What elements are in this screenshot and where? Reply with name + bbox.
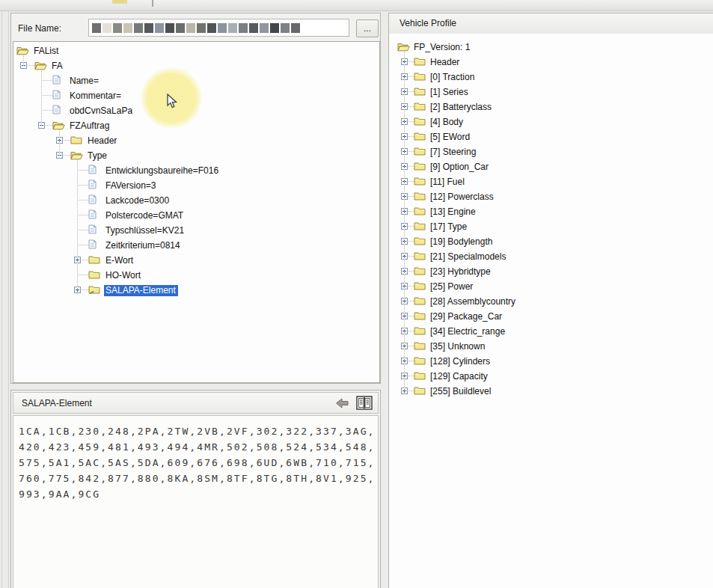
tree-item-9-option-car[interactable]: [9] Option_Car [389, 159, 713, 174]
tree-item-label[interactable]: [19] Bodylength [429, 236, 495, 248]
tree-item-fzauftrag[interactable]: FZAuftrag [13, 118, 379, 133]
tree-item-label[interactable]: SALAPA-Element [104, 285, 178, 296]
tree-item-7-steering[interactable]: [7] Steering [389, 144, 713, 159]
tree-item-salapa-element[interactable]: SALAPA-Element [13, 283, 379, 298]
salapa-element-panel: SALAPA-Element 1CA,1CB,230,248,2PA,2TW,2… [10, 390, 381, 588]
tree-item-13-engine[interactable]: [13] Engine [389, 204, 713, 219]
tree-item-label[interactable]: FP_Version: 1 [412, 42, 472, 53]
browse-button[interactable]: ... [356, 19, 379, 37]
tree-item-label[interactable]: Zeitkriterium=0814 [104, 240, 183, 251]
salapa-content-area[interactable]: 1CA,1CB,230,248,2PA,2TW,2VB,2VF,302,322,… [13, 415, 379, 588]
tree-item-4-body[interactable]: [4] Body [389, 114, 713, 129]
redaction-block [155, 23, 164, 33]
folder-icon [414, 311, 426, 320]
tree-item-label[interactable]: Polstercode=GMAT [104, 210, 186, 221]
tree-item-label[interactable]: [2] Batteryclass [429, 102, 494, 113]
tree-item-fp-version-1[interactable]: FP_Version: 1 [389, 40, 713, 55]
tree-item-label[interactable]: [17] Type [429, 221, 469, 233]
tree-item-label[interactable]: [4] Body [429, 117, 465, 128]
tree-item-255-buildlevel[interactable]: [255] Buildlevel [389, 384, 713, 399]
salapa-panel-header: SALAPA-Element [13, 392, 379, 414]
tree-item-17-type[interactable]: [17] Type [389, 219, 713, 234]
redaction-block [144, 23, 153, 33]
tree-item-25-power[interactable]: [25] Power [389, 279, 713, 294]
tree-item-label[interactable]: Name= [68, 76, 101, 87]
tree-item-21-specialmodels[interactable]: [21] Specialmodels [389, 249, 713, 264]
redaction-block [186, 23, 195, 33]
tree-item-1-series[interactable]: [1] Series [389, 85, 713, 99]
tree-item-type[interactable]: Type [13, 148, 379, 163]
undock-left-arrow-icon[interactable] [335, 397, 349, 409]
window-left-edge [1, 10, 2, 588]
tree-item-label[interactable]: [128] Cylinders [429, 356, 492, 367]
tree-item-label[interactable]: [21] Specialmodels [429, 251, 508, 263]
tree-item-fa[interactable]: FA [13, 58, 379, 73]
folder-icon [88, 270, 100, 279]
tree-item-label[interactable]: Entwicklungsbaureihe=F016 [104, 165, 221, 177]
tree-item-label[interactable]: FA [50, 61, 65, 72]
tree-item-11-fuel[interactable]: [11] Fuel [389, 174, 713, 189]
folder-icon [414, 102, 426, 111]
tree-item-label[interactable]: [35] Unknown [429, 341, 487, 352]
tree-item-label[interactable]: [7] Steering [429, 147, 478, 158]
tree-connector [77, 245, 88, 246]
tree-item-faversion-3[interactable]: FAVersion=3 [13, 178, 379, 193]
tree-item-5-eword[interactable]: [5] EWord [389, 129, 713, 144]
tree-item-19-bodylength[interactable]: [19] Bodylength [389, 234, 713, 249]
tree-item-label[interactable]: [29] Package_Car [429, 311, 504, 322]
tree-item-0-traction[interactable]: [0] Traction [389, 70, 713, 85]
tree-item-header[interactable]: Header [389, 55, 713, 70]
tree-item-label[interactable]: FZAuftrag [68, 120, 111, 132]
tree-item-label[interactable]: obdCvnSaLaPa [68, 105, 135, 117]
tree-item-label[interactable]: [23] Hybridtype [429, 266, 493, 278]
tree-item-zeitkriterium-0814[interactable]: Zeitkriterium=0814 [13, 238, 379, 253]
compare-split-view-icon[interactable] [356, 396, 373, 410]
tree-item-label[interactable]: [34] Electric_range [429, 326, 507, 337]
tree-item-label[interactable]: [255] Buildlevel [429, 386, 493, 397]
tree-item-29-package-car[interactable]: [29] Package_Car [389, 309, 713, 324]
tree-item-2-batteryclass[interactable]: [2] Batteryclass [389, 99, 713, 114]
tree-item-ho-wort[interactable]: HO-Wort [13, 268, 379, 283]
tree-item-label[interactable]: Typschlüssel=KV21 [104, 225, 186, 236]
folder-icon [414, 192, 426, 200]
tree-item-label[interactable]: Kommentar= [68, 91, 123, 102]
folder-icon [414, 356, 426, 365]
tree-item-label[interactable]: E-Wort [104, 255, 135, 266]
tree-item-label[interactable]: [1] Series [429, 87, 471, 98]
tree-item-label[interactable]: [0] Traction [429, 72, 477, 83]
tree-item-label[interactable]: Header [86, 135, 119, 147]
tree-item-label[interactable]: [9] Option_Car [429, 162, 491, 173]
tree-item-28-assemblycountry[interactable]: [28] Assemblycountry [389, 294, 713, 309]
tree-item-label[interactable]: [12] Powerclass [429, 192, 496, 203]
tree-item-entwicklungsbaureihe-f016[interactable]: Entwicklungsbaureihe=F016 [13, 163, 379, 178]
tree-item-label[interactable]: Header [429, 57, 462, 68]
tree-item-35-unknown[interactable]: [35] Unknown [389, 339, 713, 354]
tree-item-12-powerclass[interactable]: [12] Powerclass [389, 189, 713, 204]
tree-item-129-capacity[interactable]: [129] Capacity [389, 369, 713, 384]
tree-item-e-wort[interactable]: E-Wort [13, 253, 379, 268]
tree-item-128-cylinders[interactable]: [128] Cylinders [389, 354, 713, 369]
tree-item-label[interactable]: FAVersion=3 [104, 180, 159, 192]
salapa-code-list[interactable]: 1CA,1CB,230,248,2PA,2TW,2VB,2VF,302,322,… [19, 423, 378, 502]
tree-item-obdcvnsalapa[interactable]: obdCvnSaLaPa [13, 103, 379, 118]
tree-item-label[interactable]: [11] Fuel [429, 177, 467, 188]
tree-item-label[interactable]: Lackcode=0300 [104, 195, 171, 206]
tree-item-label[interactable]: [129] Capacity [429, 371, 490, 382]
tree-item-kommentar[interactable]: Kommentar= [13, 88, 379, 103]
tree-item-typschl-ssel-kv21[interactable]: Typschlüssel=KV21 [13, 223, 379, 238]
tree-item-label[interactable]: Type [86, 150, 109, 162]
tree-item-label[interactable]: [28] Assemblycountry [429, 296, 518, 307]
tree-item-polstercode-gmat[interactable]: Polstercode=GMAT [13, 208, 379, 223]
tree-item-23-hybridtype[interactable]: [23] Hybridtype [389, 264, 713, 279]
tree-item-name[interactable]: Name= [13, 73, 379, 88]
tree-item-falist[interactable]: FAList [13, 43, 379, 58]
tree-item-label[interactable]: [5] EWord [429, 132, 472, 143]
tree-item-label[interactable]: [25] Power [429, 281, 475, 293]
file-name-input[interactable] [88, 19, 349, 37]
tree-item-lackcode-0300[interactable]: Lackcode=0300 [13, 193, 379, 208]
tree-item-34-electric-range[interactable]: [34] Electric_range [389, 324, 713, 339]
tree-item-label[interactable]: FAList [32, 46, 61, 57]
tree-item-label[interactable]: [13] Engine [429, 206, 478, 218]
tree-item-label[interactable]: HO-Wort [104, 270, 143, 281]
tree-item-header[interactable]: Header [13, 133, 379, 148]
